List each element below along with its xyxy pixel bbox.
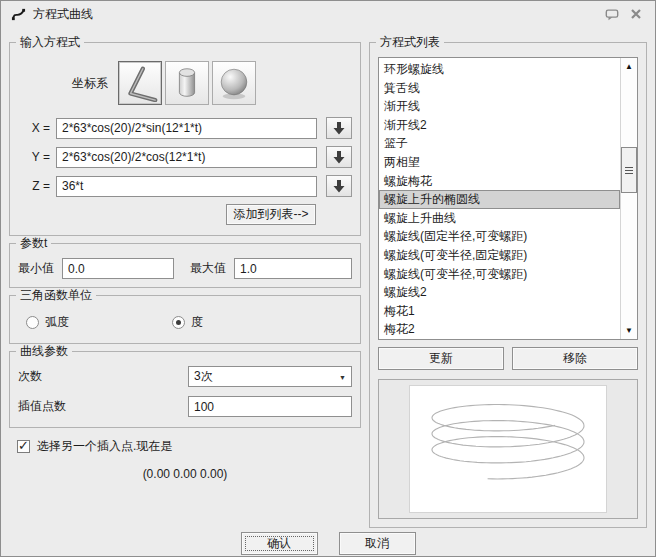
min-label: 最小值 bbox=[18, 260, 54, 277]
trig-options-row: 弧度 度 bbox=[18, 310, 352, 335]
list-item[interactable]: 渐开线2 bbox=[379, 116, 620, 135]
scrollbar[interactable]: ▲ ▼ bbox=[620, 58, 637, 339]
insert-point-label: 选择另一个插入点.现在是 bbox=[37, 438, 172, 455]
parameter-t-group: 参数t 最小值 0.0 最大值 1.0 bbox=[9, 243, 361, 288]
list-item[interactable]: 螺旋上升曲线 bbox=[379, 209, 620, 228]
right-column: 方程式列表 环形螺旋线箕舌线渐开线渐开线2篮子两相望螺旋梅花螺旋上升的椭圆线螺旋… bbox=[369, 35, 647, 528]
group-title: 三角函数单位 bbox=[16, 288, 96, 302]
insert-point-checkbox[interactable] bbox=[17, 440, 30, 453]
list-item[interactable]: 梅花1 bbox=[379, 302, 620, 321]
degree-dropdown[interactable]: 3次 ▼ bbox=[188, 366, 352, 387]
points-label: 插值点数 bbox=[18, 398, 188, 415]
dialog-body: 输入方程式 坐标系 bbox=[1, 27, 655, 528]
x-insert-button[interactable] bbox=[326, 117, 352, 139]
coord-system-label: 坐标系 bbox=[72, 75, 108, 92]
window-title: 方程式曲线 bbox=[33, 6, 597, 23]
equation-list-group: 方程式列表 环形螺旋线箕舌线渐开线渐开线2篮子两相望螺旋梅花螺旋上升的椭圆线螺旋… bbox=[369, 42, 647, 528]
equation-curve-dialog: 方程式曲线 输入方程式 坐标系 bbox=[0, 0, 656, 557]
input-equation-group: 输入方程式 坐标系 bbox=[9, 42, 361, 236]
group-title: 参数t bbox=[16, 236, 51, 250]
equation-row-z: Z = 36*t bbox=[18, 175, 352, 197]
points-row: 插值点数 100 bbox=[18, 396, 352, 417]
scroll-down-icon[interactable]: ▼ bbox=[621, 322, 637, 339]
list-item[interactable]: 螺旋线(可变半径,可变螺距) bbox=[379, 265, 620, 284]
z-insert-button[interactable] bbox=[326, 175, 352, 197]
scroll-thumb[interactable] bbox=[621, 147, 637, 193]
insert-point-coords: (0.00 0.00 0.00) bbox=[9, 467, 361, 481]
list-item[interactable]: 梅花2 bbox=[379, 320, 620, 339]
z-label: Z = bbox=[18, 179, 50, 193]
close-icon[interactable] bbox=[627, 6, 645, 22]
list-item[interactable]: 螺旋线(固定半径,可变螺距) bbox=[379, 227, 620, 246]
degree-label: 次数 bbox=[18, 368, 188, 385]
degree-row: 次数 3次 ▼ bbox=[18, 366, 352, 387]
update-button[interactable]: 更新 bbox=[378, 347, 504, 370]
degree-option: 度 bbox=[172, 314, 203, 331]
trig-unit-group: 三角函数单位 弧度 度 bbox=[9, 295, 361, 344]
group-title: 输入方程式 bbox=[16, 35, 84, 49]
equation-row-x: X = 2*63*cos(20)/2*sin(12*1*t) bbox=[18, 117, 352, 139]
parameter-row: 最小值 0.0 最大值 1.0 bbox=[18, 258, 352, 279]
x-equation-input[interactable]: 2*63*cos(20)/2*sin(12*1*t) bbox=[56, 118, 317, 139]
sphere-icon bbox=[215, 64, 253, 102]
radian-label: 弧度 bbox=[45, 314, 69, 331]
chevron-down-icon: ▼ bbox=[339, 374, 346, 381]
comment-icon[interactable] bbox=[603, 6, 621, 22]
list-item[interactable]: 渐开线 bbox=[379, 97, 620, 116]
list-item[interactable]: 箕舌线 bbox=[379, 79, 620, 98]
axes-icon bbox=[121, 64, 159, 102]
scroll-track[interactable] bbox=[621, 75, 637, 322]
scroll-up-icon[interactable]: ▲ bbox=[621, 58, 637, 75]
list-item[interactable]: 螺旋线2 bbox=[379, 283, 620, 302]
list-item[interactable]: 两相望 bbox=[379, 153, 620, 172]
spherical-button[interactable] bbox=[212, 61, 256, 105]
points-value: 100 bbox=[194, 400, 214, 414]
degree-label: 度 bbox=[191, 314, 203, 331]
cylinder-icon bbox=[168, 64, 206, 102]
curve-params-group: 曲线参数 次数 3次 ▼ 插值点数 100 bbox=[9, 351, 361, 428]
degree-radio[interactable] bbox=[172, 316, 185, 329]
coordinate-system-row: 坐标系 bbox=[72, 61, 352, 105]
titlebar[interactable]: 方程式曲线 bbox=[1, 1, 655, 27]
equation-listbox: 环形螺旋线箕舌线渐开线渐开线2篮子两相望螺旋梅花螺旋上升的椭圆线螺旋上升曲线螺旋… bbox=[378, 57, 638, 340]
helix-preview bbox=[409, 385, 607, 513]
add-to-list-button[interactable]: 添加到列表--> bbox=[226, 204, 316, 225]
confirm-button[interactable]: 确认 bbox=[241, 532, 318, 555]
y-label: Y = bbox=[18, 150, 50, 164]
remove-button[interactable]: 移除 bbox=[512, 347, 638, 370]
y-equation-input[interactable]: 2*63*cos(20)/2*cos(12*1*t) bbox=[56, 147, 317, 168]
points-input[interactable]: 100 bbox=[188, 396, 352, 417]
down-arrow-icon bbox=[333, 179, 345, 193]
x-label: X = bbox=[18, 121, 50, 135]
left-column: 输入方程式 坐标系 bbox=[9, 35, 361, 528]
group-title: 曲线参数 bbox=[16, 344, 72, 358]
list-item[interactable]: 螺旋上升的椭圆线 bbox=[379, 190, 620, 209]
list-buttons-row: 更新 移除 bbox=[378, 347, 638, 370]
down-arrow-icon bbox=[333, 150, 345, 164]
equation-list-items: 环形螺旋线箕舌线渐开线渐开线2篮子两相望螺旋梅花螺旋上升的椭圆线螺旋上升曲线螺旋… bbox=[379, 58, 620, 339]
app-icon bbox=[9, 6, 27, 22]
dialog-footer: 确认 取消 bbox=[1, 528, 655, 557]
min-value-input[interactable]: 0.0 bbox=[62, 258, 174, 279]
radian-radio[interactable] bbox=[26, 316, 39, 329]
group-title: 方程式列表 bbox=[376, 35, 444, 49]
add-row: 添加到列表--> bbox=[18, 204, 352, 225]
list-item[interactable]: 篮子 bbox=[379, 134, 620, 153]
down-arrow-icon bbox=[333, 121, 345, 135]
z-equation-input[interactable]: 36*t bbox=[56, 176, 317, 197]
cancel-button[interactable]: 取消 bbox=[339, 532, 416, 555]
list-item[interactable]: 环形螺旋线 bbox=[379, 60, 620, 79]
max-value-input[interactable]: 1.0 bbox=[234, 258, 352, 279]
y-insert-button[interactable] bbox=[326, 146, 352, 168]
equation-row-y: Y = 2*63*cos(20)/2*cos(12*1*t) bbox=[18, 146, 352, 168]
insert-point-row: 选择另一个插入点.现在是 bbox=[17, 438, 361, 455]
preview-panel bbox=[378, 379, 638, 519]
cartesian-axes-button[interactable] bbox=[118, 61, 162, 105]
list-item[interactable]: 螺旋线(可变半径,固定螺距) bbox=[379, 246, 620, 265]
list-item[interactable]: 螺旋梅花 bbox=[379, 172, 620, 191]
degree-value: 3次 bbox=[194, 368, 213, 385]
cylindrical-button[interactable] bbox=[165, 61, 209, 105]
max-label: 最大值 bbox=[190, 260, 226, 277]
